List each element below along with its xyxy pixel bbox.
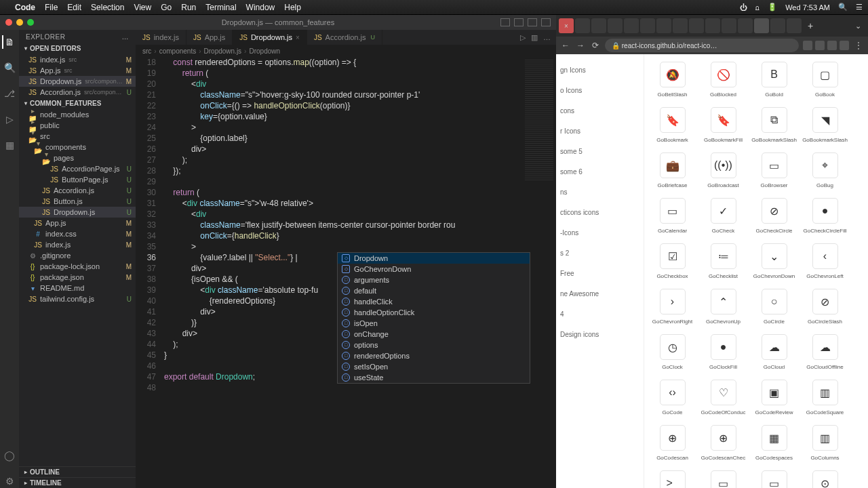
icon-grid-item[interactable]: ⌄ GoChevronDown (749, 239, 800, 284)
icon-grid-item[interactable]: 🔕 GoBellSlash (647, 57, 698, 102)
suggestion-item[interactable]: ◇GoChevronDown (338, 264, 530, 274)
icon-grid-item[interactable]: ≔ GoChecklist (698, 239, 749, 284)
icon-grid-item[interactable]: ▭ GoCalendar (647, 193, 698, 239)
icon-grid-item[interactable]: ⧉ GoBookmarkSlash (749, 102, 800, 148)
icon-grid-item[interactable]: 🔖 GoBookmarkFill (698, 102, 749, 148)
suggestion-item[interactable]: □handleClick (338, 296, 530, 307)
icon-grid-item[interactable]: B GoBold (749, 57, 800, 102)
extension-icon[interactable] (815, 41, 825, 50)
menu-selection[interactable]: Selection (91, 3, 124, 12)
icon-grid-item[interactable]: ⊘ GoCheckCircle (749, 193, 800, 239)
browser-tab[interactable] (608, 18, 623, 33)
icon-grid-item[interactable]: ⊘ GoCircleSlash (800, 284, 850, 329)
browser-tab[interactable] (591, 18, 606, 33)
menu-file[interactable]: File (45, 3, 58, 12)
breadcrumb-item[interactable]: src (142, 47, 151, 55)
menubar-clock[interactable]: Wed 7:53 AM (785, 3, 830, 12)
menu-go[interactable]: Go (161, 3, 172, 12)
icon-grid-item[interactable]: ⌃ GoChevronUp (698, 284, 749, 329)
settings-icon[interactable]: ⚙ (3, 474, 16, 488)
suggestion-item[interactable]: □useState (338, 372, 530, 383)
search-icon[interactable]: 🔍 (3, 61, 16, 75)
layout-split-icon[interactable] (528, 18, 537, 26)
file-item[interactable]: ▾ README.md (19, 283, 136, 293)
minimap[interactable] (522, 57, 556, 260)
browser-tab[interactable] (705, 18, 720, 33)
menu-terminal[interactable]: Terminal (205, 3, 236, 12)
breadcrumb-item[interactable]: Dropdown.js (204, 47, 242, 55)
browser-tab-active[interactable] (754, 18, 769, 33)
icon-grid-item[interactable]: ♡ GoCodeOfConduc (698, 375, 749, 420)
maximize-window-button[interactable] (27, 19, 34, 26)
icon-grid-item[interactable]: ⊕ GoCodescanChec (698, 420, 749, 466)
icon-grid-item[interactable]: >_ GoCommandPalet (647, 466, 698, 488)
breadcrumb-item[interactable]: Dropdown (249, 47, 280, 55)
icon-category-item[interactable]: some 6 (560, 161, 639, 182)
icon-grid-item[interactable]: ☁ GoCloud (749, 329, 800, 375)
control-center-icon[interactable]: ☰ (856, 3, 863, 12)
icon-category-item[interactable]: r Icons (560, 121, 639, 141)
icon-grid[interactable]: 🔕 GoBellSlash🚫 GoBlockedB GoBold▢ GoBook… (644, 54, 868, 488)
icon-category-item[interactable]: o Icons (560, 80, 639, 100)
icon-grid-item[interactable]: ⌖ GoBug (800, 148, 850, 193)
browser-menu-icon[interactable]: ⋮ (853, 41, 864, 50)
suggestion-item[interactable]: □arguments (338, 274, 530, 285)
file-item[interactable]: ⚙ .gitignore (19, 250, 136, 261)
icon-category-item[interactable]: ne Awesome (560, 283, 639, 304)
icon-grid-item[interactable]: ● GoClockFill (698, 329, 749, 375)
more-icon[interactable]: … (543, 33, 551, 41)
icon-grid-item[interactable]: ▣ GoCodeReview (749, 375, 800, 420)
suggestion-item[interactable]: □isOpen (338, 318, 530, 329)
icon-grid-item[interactable]: ◷ GoClock (647, 329, 698, 375)
browser-tab[interactable] (656, 18, 671, 33)
outline-section[interactable]: OUTLINE (19, 466, 136, 477)
icon-grid-item[interactable]: ▦ GoCodespaces (749, 420, 800, 466)
browser-tab[interactable] (624, 18, 639, 33)
address-bar[interactable]: 🔒 react-icons.github.io/react-ico… (605, 39, 799, 52)
open-editor-item[interactable]: JS Accordion.js src/compon… U (19, 87, 136, 98)
file-item[interactable]: {} package-lock.json M (19, 261, 136, 272)
browser-tab[interactable] (575, 18, 590, 33)
icon-grid-item[interactable]: ● GoCheckCircleFill (800, 193, 850, 239)
spotlight-icon[interactable]: 🔍 (838, 3, 848, 12)
suggestion-item[interactable]: □onChange (338, 329, 530, 340)
icon-categories-sidebar[interactable]: gn Iconso Iconsconsr Iconssome 5some 6ns… (556, 54, 644, 488)
wifi-icon[interactable]: ⩍ (755, 3, 760, 12)
extension-icon[interactable] (827, 41, 837, 50)
icon-grid-item[interactable]: ☑ GoCheckbox (647, 239, 698, 284)
back-button[interactable]: ← (560, 41, 571, 50)
explorer-icon[interactable]: 🗎 (2, 35, 16, 49)
menu-edit[interactable]: Edit (67, 3, 81, 12)
extension-icon[interactable] (803, 41, 812, 50)
editor-tab[interactable]: JS App.js M (186, 30, 233, 45)
file-item[interactable]: {} package.json M (19, 272, 136, 283)
icon-category-item[interactable]: 4 (560, 304, 639, 324)
icon-category-item[interactable]: cons (560, 100, 639, 121)
icon-grid-item[interactable]: ☁ GoCloudOffline (800, 329, 850, 375)
layout-sidebar-icon[interactable] (514, 18, 524, 26)
minimize-window-button[interactable] (16, 19, 23, 26)
icon-grid-item[interactable]: ▢ GoBook (800, 57, 850, 102)
icon-grid-item[interactable]: 🔖 GoBookmark (647, 102, 698, 148)
explorer-more-icon[interactable]: … (122, 33, 130, 41)
timeline-section[interactable]: TIMELINE (19, 477, 136, 488)
open-editor-item[interactable]: JS Dropdown.js src/compon… M (19, 76, 136, 87)
file-item[interactable]: JS Accordion.js U (19, 185, 136, 196)
menu-window[interactable]: Window (246, 3, 275, 12)
breadcrumbs[interactable]: src›components›Dropdown.js›Dropdown (136, 45, 556, 57)
icon-grid-item[interactable]: › GoChevronRight (647, 284, 698, 329)
icon-grid-item[interactable]: ▥ GoColumns (800, 420, 850, 466)
file-item[interactable]: JS index.js M (19, 239, 136, 250)
open-editors-section[interactable]: OPEN EDITORS (19, 43, 136, 54)
close-tab-icon[interactable]: × (296, 34, 300, 41)
file-item[interactable]: JS ButtonPage.js U (19, 174, 136, 185)
icon-grid-item[interactable]: ✓ GoCheck (698, 193, 749, 239)
file-item[interactable]: # index.css M (19, 228, 136, 239)
accounts-icon[interactable]: ◯ (3, 449, 16, 462)
reload-button[interactable]: ⟳ (590, 41, 601, 50)
editor-tab[interactable]: JS Dropdown.js M × (233, 30, 307, 45)
layout-panel-icon[interactable] (500, 18, 510, 26)
icon-grid-item[interactable]: ⊙ GoCommit (800, 466, 850, 488)
icon-grid-item[interactable]: ((•)) GoBroadcast (698, 148, 749, 193)
new-tab-button[interactable]: + (803, 20, 818, 31)
